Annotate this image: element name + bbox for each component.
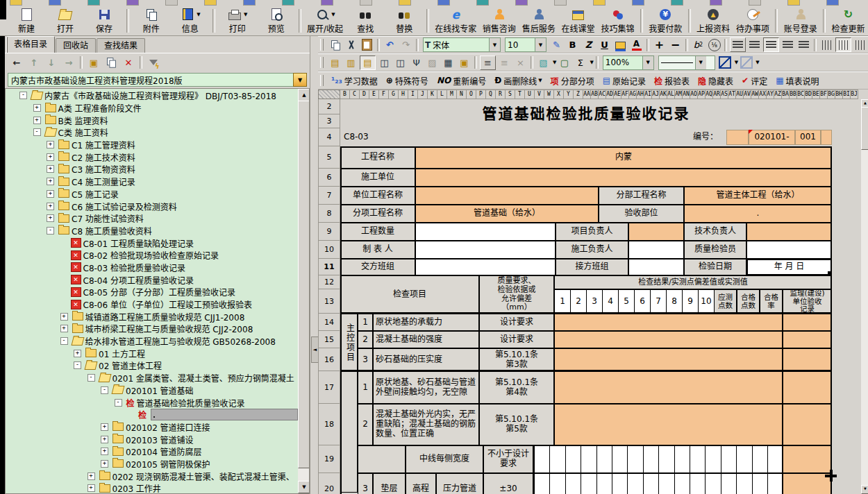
fill-color-icon[interactable]	[613, 38, 628, 51]
font-size-select[interactable]: 10▼	[505, 37, 546, 52]
group-label-general[interactable]	[340, 371, 358, 493]
column-header[interactable]: F	[379, 90, 389, 99]
redo-icon[interactable]: ↷	[399, 38, 413, 51]
open-button[interactable]: 打开	[46, 7, 85, 35]
update-button[interactable]: ↻检查更新	[828, 7, 868, 35]
diag-border-icon[interactable]	[718, 56, 733, 69]
tree-item[interactable]: -C8 施工质量验收资料	[6, 225, 298, 237]
collapse-minus-icon[interactable]: -	[47, 227, 54, 235]
column-header[interactable]: AA	[583, 90, 591, 99]
row-header[interactable]: 11	[318, 259, 340, 275]
column-header[interactable]: AU	[736, 90, 744, 99]
print-button[interactable]: ▼打印	[218, 7, 257, 35]
label-inspection-date[interactable]: 检验日期	[684, 259, 746, 275]
column-header[interactable]: D	[360, 90, 369, 99]
column-header[interactable]: AD	[606, 90, 614, 99]
row19-super[interactable]	[783, 445, 832, 473]
tree-item[interactable]: +020102 管道接口连接	[6, 421, 298, 434]
insert-image-icon[interactable]: ▧	[536, 56, 551, 69]
strike-line-button[interactable]: Đ画删除线▼	[494, 75, 542, 87]
merge-cell-icon[interactable]: ◫	[393, 56, 408, 69]
column-header[interactable]: V	[535, 90, 544, 99]
result-point-header[interactable]: 5	[618, 289, 635, 314]
label-acceptance-part[interactable]: 验收部位	[599, 205, 684, 223]
align-justify-icon[interactable]	[730, 37, 746, 52]
column-header[interactable]: P	[476, 90, 486, 99]
row-header[interactable]: 16	[318, 348, 340, 371]
result-point-header[interactable]: 1	[554, 289, 571, 314]
class-button[interactable]: 在线课堂	[558, 7, 598, 35]
row-header[interactable]: 7	[318, 187, 340, 205]
column-header[interactable]: AP	[698, 90, 706, 99]
toolbar-grip[interactable]	[320, 39, 324, 50]
upload-button[interactable]: ▲上报资料	[694, 7, 733, 35]
tree-scrollbar[interactable]: ▲ ▼	[298, 89, 309, 493]
font-family-select[interactable]: T宋体▼	[423, 37, 501, 52]
template-selector-dropdown-button[interactable]: ▼	[293, 73, 307, 87]
form-code[interactable]: C8-03	[342, 130, 404, 145]
save-button[interactable]: 保存	[85, 7, 124, 35]
expand-plus-icon[interactable]: +	[101, 448, 108, 455]
value-acceptance-part[interactable]: .	[684, 205, 832, 223]
column-header[interactable]: AG	[629, 90, 637, 99]
row-header[interactable]: 8	[318, 205, 340, 223]
column-header[interactable]: AR	[713, 90, 721, 99]
general-row-2-super[interactable]	[783, 404, 832, 445]
column-header[interactable]: AN	[683, 90, 690, 99]
main-row-3-item[interactable]: 砂石基础的压实度	[373, 348, 479, 371]
column-header[interactable]: Q	[486, 90, 496, 99]
result-point-header[interactable]: 7	[650, 289, 667, 314]
column-header[interactable]: Y	[564, 90, 574, 99]
row-header[interactable]: 14	[318, 314, 340, 331]
expand-plus-icon[interactable]: +	[101, 460, 108, 468]
zoom-select[interactable]: 100%▼	[603, 56, 654, 70]
back-button[interactable]: ←	[10, 56, 23, 69]
todo-button[interactable]: 待办事项	[733, 7, 773, 35]
tree-item[interactable]: -内蒙古《市政基础设施工程资料管理规程》 DBJ/T03-85-2018	[6, 90, 298, 102]
column-header[interactable]: C	[350, 90, 360, 99]
tips-button[interactable]: 技巧集锦	[598, 7, 637, 35]
toolbar-grip[interactable]	[320, 57, 324, 69]
pay-button[interactable]: ¥我要付款	[646, 7, 685, 35]
split-col-icon[interactable]: Ψ	[409, 56, 424, 69]
tab-search-results[interactable]: 查找结果	[97, 38, 145, 53]
expand-plus-icon[interactable]: +	[47, 141, 54, 148]
column-header[interactable]: AB	[591, 90, 599, 99]
number-cell-blank[interactable]	[726, 130, 749, 145]
result-point-header[interactable]: 4	[602, 289, 619, 314]
tab-form-catalog[interactable]: 表格目录	[6, 36, 55, 53]
column-header[interactable]: AW	[751, 90, 759, 99]
row-spacing-2-icon[interactable]: ≡	[497, 56, 512, 69]
general-row-1-item[interactable]: 原状地基、砂石基础与管道外壁间接触均匀，无空隙	[373, 371, 479, 404]
value-quantity[interactable]	[415, 223, 556, 241]
column-header[interactable]: AQ	[706, 90, 713, 99]
tree-item[interactable]: +020105 钢管阴极保护	[6, 458, 298, 470]
column-header[interactable]: M	[447, 90, 457, 99]
row20-no[interactable]: 3	[358, 473, 373, 494]
expand-button[interactable]: ▼展开/收起	[304, 7, 347, 35]
group-label-main-control[interactable]: 主控项目	[340, 314, 358, 371]
dropdown-arrow-icon[interactable]: ▼	[538, 78, 542, 83]
tree-item[interactable]: +B类 监理资料	[6, 114, 298, 126]
row-header[interactable]: 13	[318, 289, 340, 314]
fill-help-button[interactable]: ▦填表说明	[776, 75, 819, 87]
preview-button[interactable]: 预览	[257, 7, 296, 35]
tree-item[interactable]: -检管道基础检验批质量验收记录	[6, 396, 298, 409]
main-row-3-req[interactable]: 第5.10.1条 第3款	[479, 348, 554, 371]
header-points-passed[interactable]: 合格 点数	[737, 289, 760, 314]
col-bars-1-icon[interactable]	[819, 38, 834, 51]
info-button[interactable]: ▼信息	[171, 7, 210, 35]
tree-item[interactable]: ✕C8-01 工程质量缺陷处理记录	[6, 237, 298, 249]
font-family-dropdown-button[interactable]: ▼	[489, 38, 500, 51]
italic-icon[interactable]: Z	[581, 38, 596, 51]
expand-plus-icon[interactable]: +	[47, 165, 54, 173]
column-header[interactable]: AH	[637, 90, 644, 99]
label-form-maker[interactable]: 制 表 人	[340, 241, 415, 259]
tree-item[interactable]: +020103 管道铺设	[6, 433, 298, 445]
ie-button[interactable]: e在线找专家	[432, 7, 479, 35]
label-division-project[interactable]: 分部工程名称	[599, 187, 684, 205]
row-header[interactable]: 2	[318, 99, 340, 114]
column-header[interactable]: O	[467, 90, 476, 99]
copy-icon[interactable]	[328, 38, 342, 51]
delete-row-icon[interactable]: ▤	[360, 56, 376, 70]
